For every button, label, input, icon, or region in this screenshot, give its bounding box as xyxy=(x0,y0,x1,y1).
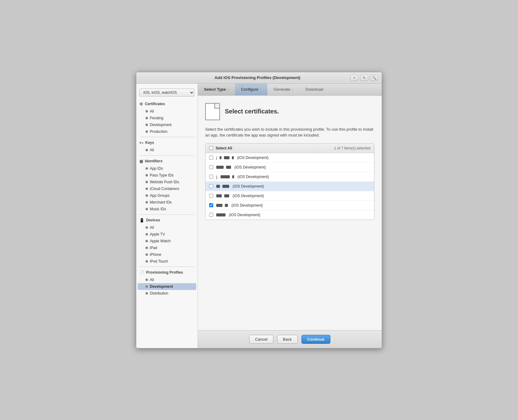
continue-button[interactable]: Continue xyxy=(301,335,330,344)
sidebar-item-app-groups[interactable]: App Groups xyxy=(137,192,196,199)
sidebar-item-devices-all[interactable]: All xyxy=(137,224,196,231)
content-area: Select Type › Configure › Generate › Dow… xyxy=(198,84,382,348)
step-arrow-1: › xyxy=(227,87,229,92)
redacted-block xyxy=(222,185,229,188)
provisioning-label: Provisioning Profiles xyxy=(146,270,183,275)
sidebar-item-prov-distribution[interactable]: Distribution xyxy=(137,290,196,297)
back-button[interactable]: Back xyxy=(277,335,298,344)
sidebar-item-iphone[interactable]: iPhone xyxy=(137,251,196,258)
main-layout: iOS, tvOS, watchOS macOS ⚙ Certificates … xyxy=(136,84,382,348)
dot-icon xyxy=(145,194,148,197)
certificates-header: ⚙ Certificates xyxy=(136,100,197,108)
add-button[interactable]: + xyxy=(350,75,358,81)
dot-icon xyxy=(145,253,148,256)
cert-checkbox-2[interactable] xyxy=(209,165,213,169)
sidebar-item-ipod-touch[interactable]: iPod Touch xyxy=(137,258,196,265)
devices-icon: 📱 xyxy=(139,218,144,223)
dot-icon xyxy=(145,240,148,242)
edit-button[interactable]: ✎ xyxy=(360,75,368,81)
sidebar-item-music-ids[interactable]: Music IDs xyxy=(137,206,196,212)
redacted-block xyxy=(216,185,220,188)
dot-icon xyxy=(145,285,148,288)
cert-row-2[interactable]: (iOS Development) xyxy=(205,163,374,172)
content-title: Select certificates. xyxy=(225,108,279,115)
redacted-block xyxy=(226,166,231,169)
sidebar-item-prov-development[interactable]: Development xyxy=(137,283,196,290)
sidebar-section-certificates: ⚙ Certificates All Pending Development P… xyxy=(136,100,197,135)
devices-header: 📱 Devices xyxy=(136,216,197,224)
step-arrow-2: › xyxy=(260,87,261,92)
sidebar-section-identifiers: ▣ Identifiers App IDs Pass Type IDs Webs… xyxy=(136,157,197,212)
cert-list-header: Select All 1 of 7 item(s) selected xyxy=(205,144,374,153)
cert-checkbox-7[interactable] xyxy=(209,213,213,217)
certificates-icon: ⚙ xyxy=(139,102,143,106)
cert-checkbox-5[interactable] xyxy=(209,194,213,198)
dot-icon xyxy=(145,260,148,263)
keys-label: Keys xyxy=(145,141,154,145)
sidebar-item-icloud-containers[interactable]: iCloud Containers xyxy=(137,185,196,192)
cert-row-1[interactable]: j (iOS Development) xyxy=(205,153,374,163)
cert-name-1: j (iOS Development) xyxy=(216,156,269,160)
dot-icon xyxy=(145,149,148,151)
cert-checkbox-3[interactable] xyxy=(209,175,213,179)
step-download[interactable]: Download xyxy=(299,84,329,95)
dot-icon xyxy=(145,247,148,249)
step-generate[interactable]: Generate › xyxy=(267,84,299,95)
sidebar-item-cert-all[interactable]: All xyxy=(137,108,196,115)
certificates-label: Certificates xyxy=(145,102,165,106)
platform-dropdown[interactable]: iOS, tvOS, watchOS macOS xyxy=(139,89,194,97)
cert-checkbox-4[interactable] xyxy=(209,184,213,188)
cert-name-3: j. (iOS Development) xyxy=(216,175,269,179)
cert-row-4[interactable]: (iOS Development) xyxy=(205,182,374,191)
dot-icon xyxy=(145,181,148,183)
cert-checkbox-1[interactable] xyxy=(209,156,213,160)
search-button[interactable]: 🔍 xyxy=(370,75,378,81)
sidebar-item-cert-production[interactable]: Production xyxy=(137,128,196,135)
cert-count-label: 1 of 7 item(s) selected xyxy=(334,146,370,150)
step-generate-label: Generate xyxy=(273,87,290,92)
sidebar-item-app-ids[interactable]: App IDs xyxy=(137,165,196,172)
cert-row-7[interactable]: (iOS Development) xyxy=(205,210,374,220)
step-configure[interactable]: Configure › xyxy=(235,84,268,95)
redacted-block xyxy=(216,166,224,169)
sidebar: iOS, tvOS, watchOS macOS ⚙ Certificates … xyxy=(136,84,198,348)
certificate-list: Select All 1 of 7 item(s) selected j (iO… xyxy=(205,143,374,220)
sidebar-section-keys: 🗝 Keys All xyxy=(136,139,197,153)
step-download-label: Download xyxy=(305,87,323,92)
identifiers-icon: ▣ xyxy=(139,159,143,164)
select-all-checkbox[interactable] xyxy=(209,146,213,150)
sidebar-item-keys-all[interactable]: All xyxy=(137,147,196,153)
provisioning-header: 📄 Provisioning Profiles xyxy=(136,269,197,276)
file-icon xyxy=(205,103,220,120)
sidebar-item-cert-development[interactable]: Development xyxy=(137,121,196,128)
content-header: Select certificates. xyxy=(205,103,374,120)
sidebar-item-pass-type-ids[interactable]: Pass Type IDs xyxy=(137,172,196,179)
sidebar-item-apple-watch[interactable]: Apple Watch xyxy=(137,238,196,244)
content-body: Select certificates. Select the certific… xyxy=(198,96,382,330)
dot-icon xyxy=(145,124,148,126)
sidebar-item-apple-tv[interactable]: Apple TV xyxy=(137,231,196,238)
cert-row-6[interactable]: (iOS Development) xyxy=(205,201,374,210)
redacted-block xyxy=(224,194,229,197)
cert-row-3[interactable]: j. (iOS Development) xyxy=(205,172,374,182)
dot-icon xyxy=(145,188,148,190)
cert-name-6: (iOS Development) xyxy=(216,203,263,208)
sidebar-item-website-push-ids[interactable]: Website Push IDs xyxy=(137,179,196,185)
cancel-button[interactable]: Cancel xyxy=(249,335,273,344)
platform-dropdown-wrapper[interactable]: iOS, tvOS, watchOS macOS xyxy=(139,89,194,97)
devices-label: Devices xyxy=(146,218,160,222)
cert-checkbox-6[interactable] xyxy=(209,203,213,207)
sidebar-item-merchant-ids[interactable]: Merchant IDs xyxy=(137,199,196,206)
content-description: Select the certificates you wish to incl… xyxy=(205,126,374,138)
dot-icon xyxy=(145,279,148,281)
sidebar-item-cert-pending[interactable]: Pending xyxy=(137,115,196,121)
sidebar-section-provisioning: 📄 Provisioning Profiles All Development … xyxy=(136,269,197,297)
step-select-type[interactable]: Select Type › xyxy=(198,84,235,95)
sidebar-item-prov-all[interactable]: All xyxy=(137,276,196,283)
main-window: Add iOS Provisioning Profiles (Developme… xyxy=(136,72,382,348)
sidebar-item-ipad[interactable]: iPad xyxy=(137,244,196,251)
cert-row-5[interactable]: (iOS Development) xyxy=(205,191,374,201)
redacted-block xyxy=(225,204,228,207)
redacted-block xyxy=(224,156,229,159)
redacted-block xyxy=(216,213,225,216)
